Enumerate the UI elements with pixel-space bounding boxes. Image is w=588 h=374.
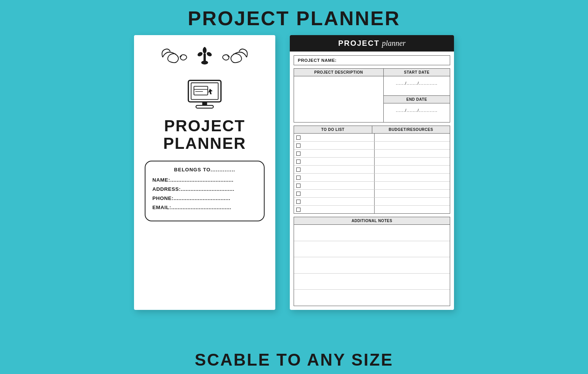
svg-point-4 [201, 61, 208, 64]
budget-cell-1 [375, 134, 450, 141]
todo-check-7 [294, 182, 375, 189]
todo-check-10 [294, 206, 375, 213]
belongs-title: BELONGS TO.............. [174, 167, 235, 172]
svg-marker-11 [208, 89, 213, 94]
todo-check-5 [294, 166, 375, 173]
header-bold-text: PROJECT [338, 39, 380, 48]
checkbox-8[interactable] [296, 192, 300, 196]
budget-cell-10 [375, 206, 450, 213]
budget-cell-5 [375, 166, 450, 173]
budget-cell-9 [375, 198, 450, 205]
bottom-tagline: SCABLE TO ANY SIZE [195, 350, 393, 369]
todo-row [294, 174, 450, 182]
name-field: NAME:...................................… [152, 177, 257, 183]
todo-budget-header: TO DO LIST BUDGET/RESOURCES [294, 126, 450, 134]
svg-rect-13 [196, 105, 213, 108]
todo-row [294, 134, 450, 142]
checkbox-2[interactable] [296, 143, 300, 148]
todo-row [294, 182, 450, 190]
end-date-block: END DATE ....../......./............ [384, 96, 450, 123]
cards-row: PROJECT PLANNER BELONGS TO..............… [134, 35, 454, 347]
monitor-icon [186, 79, 224, 111]
desc-dates-section: PROJECT DESCRIPTION START DATE ....../..… [294, 68, 450, 123]
phone-field: PHONE:..................................… [152, 195, 257, 201]
start-date-block: START DATE ....../......./............ [384, 69, 450, 96]
checkbox-5[interactable] [296, 168, 300, 172]
svg-rect-12 [202, 102, 207, 105]
svg-point-1 [197, 51, 203, 57]
end-date-value: ....../......./............ [384, 103, 450, 114]
todo-row [294, 158, 450, 166]
email-field: EMAIL:..................................… [152, 205, 257, 210]
budget-cell-8 [375, 190, 450, 197]
todo-check-6 [294, 174, 375, 181]
right-card-body: PROJECT NAME: PROJECT DESCRIPTION START … [290, 52, 454, 310]
notes-line-2 [294, 241, 450, 258]
ornament-decoration [159, 46, 250, 71]
todo-header: TO DO LIST [294, 126, 372, 133]
checkbox-9[interactable] [296, 200, 300, 204]
svg-rect-7 [191, 83, 218, 100]
dates-col: START DATE ....../......./............ E… [384, 69, 450, 122]
notes-line-5 [294, 290, 450, 306]
budget-cell-3 [375, 150, 450, 157]
budget-cell-2 [375, 142, 450, 149]
checkbox-4[interactable] [296, 160, 300, 164]
page-title: PROJECT PLANNER [188, 7, 400, 30]
checkbox-1[interactable] [296, 135, 300, 140]
checkbox-10[interactable] [296, 208, 300, 212]
todo-check-3 [294, 150, 375, 157]
start-date-header: START DATE [384, 69, 450, 76]
todo-budget-section: TO DO LIST BUDGET/RESOURCES [294, 126, 450, 214]
svg-point-5 [204, 47, 206, 51]
checkbox-7[interactable] [296, 184, 300, 188]
todo-check-8 [294, 190, 375, 197]
svg-rect-3 [204, 53, 206, 62]
notes-header: ADDITIONAL NOTES [294, 217, 450, 225]
budget-header: BUDGET/RESOURCES [372, 126, 450, 133]
desc-body [294, 76, 383, 122]
budget-cell-7 [375, 182, 450, 189]
description-col: PROJECT DESCRIPTION [294, 69, 384, 122]
todo-row [294, 142, 450, 150]
address-field: ADDRESS:................................… [152, 186, 257, 192]
notes-line-3 [294, 257, 450, 274]
notes-line-1 [294, 225, 450, 241]
header-italic-text: planner [382, 39, 405, 48]
start-date-value: ....../......./............ [384, 76, 450, 87]
notes-section: ADDITIONAL NOTES [294, 217, 450, 306]
budget-cell-6 [375, 174, 450, 181]
end-date-header: END DATE [384, 96, 450, 103]
todo-row [294, 198, 450, 206]
budget-cell-4 [375, 158, 450, 165]
todo-row [294, 166, 450, 174]
todo-row [294, 206, 450, 213]
todo-check-1 [294, 134, 375, 141]
todo-row [294, 190, 450, 198]
left-card: PROJECT PLANNER BELONGS TO..............… [134, 35, 275, 310]
todo-check-4 [294, 158, 375, 165]
desc-header: PROJECT DESCRIPTION [294, 69, 383, 76]
right-card-header: PROJECT planner [290, 35, 454, 52]
left-card-title: PROJECT PLANNER [163, 117, 246, 152]
notes-lines [294, 225, 450, 306]
belongs-box: BELONGS TO.............. NAME:..........… [145, 161, 265, 221]
todo-row [294, 150, 450, 158]
checkbox-3[interactable] [296, 152, 300, 156]
notes-line-4 [294, 274, 450, 290]
svg-rect-6 [188, 81, 221, 102]
svg-rect-8 [194, 86, 208, 95]
project-name-row: PROJECT NAME: [294, 55, 450, 65]
todo-check-2 [294, 142, 375, 149]
right-card: PROJECT planner PROJECT NAME: PROJECT DE… [290, 35, 454, 310]
checkbox-6[interactable] [296, 176, 300, 180]
todo-check-9 [294, 198, 375, 205]
svg-point-2 [206, 51, 212, 57]
